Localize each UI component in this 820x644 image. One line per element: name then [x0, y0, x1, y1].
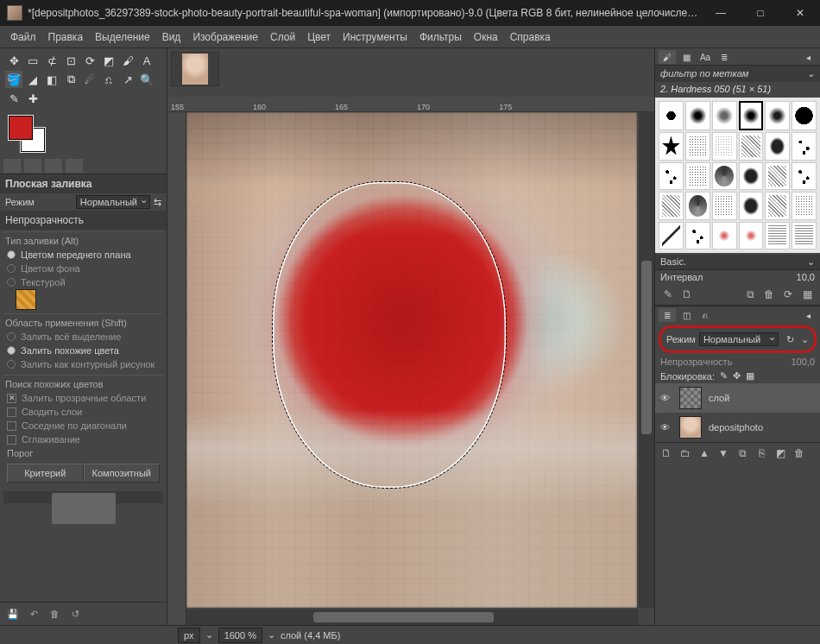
diagonal-check[interactable]: Соседние по диагонали	[3, 419, 163, 432]
layer-name[interactable]: depositphoto	[709, 422, 763, 432]
filter-tag-input[interactable]: фильтр по меткам⌄	[655, 66, 820, 82]
brush-item[interactable]	[765, 162, 790, 190]
lock-position-icon[interactable]: ✥	[733, 370, 741, 382]
layer-mode-select[interactable]: Нормальный	[699, 332, 779, 346]
unit-chevron-icon[interactable]: ⌄	[205, 629, 213, 641]
duplicate-layer-icon[interactable]: ⧉	[735, 446, 750, 460]
crop-tool-icon[interactable]: ⊡	[62, 52, 79, 69]
mode-toggle-icon[interactable]: ⇆	[154, 197, 161, 208]
brush-item[interactable]	[712, 222, 737, 249]
eraser-tool-icon[interactable]: ◧	[43, 71, 60, 88]
menu-windows[interactable]: Окна	[469, 28, 503, 47]
free-select-tool-icon[interactable]: ⊄	[43, 52, 60, 69]
menu-file[interactable]: Файл	[5, 28, 41, 47]
criterion-button[interactable]: Критерий	[7, 464, 84, 483]
lock-pixel-icon[interactable]: ✎	[720, 370, 728, 382]
layer-row[interactable]: 👁 слой	[655, 383, 820, 413]
brush-item[interactable]	[685, 162, 710, 190]
paintbrush-tool-icon[interactable]: 🖌	[119, 52, 136, 69]
close-button[interactable]: ✕	[780, 0, 820, 26]
brush-item[interactable]	[739, 132, 764, 160]
gradient-tool-icon[interactable]: ◢	[24, 71, 41, 88]
brush-item[interactable]	[712, 101, 737, 130]
zoom-chevron-icon[interactable]: ⌄	[268, 629, 275, 641]
visibility-icon[interactable]: 👁	[660, 393, 672, 403]
mask-layer-icon[interactable]: ◩	[773, 446, 788, 460]
menu-help[interactable]: Справка	[505, 28, 556, 47]
canvas[interactable]	[186, 112, 654, 625]
fg-color-swatch[interactable]	[9, 116, 33, 140]
zoom-select[interactable]: 1600 %	[218, 628, 262, 643]
minimize-button[interactable]: —	[701, 0, 741, 26]
fill-bg-radio[interactable]: Цветом фона	[3, 262, 163, 275]
edit-brush-icon[interactable]: ✎	[660, 287, 676, 301]
image-thumbnail[interactable]	[171, 52, 219, 86]
rect-select-tool-icon[interactable]: ▭	[24, 52, 41, 69]
brush-item[interactable]	[792, 192, 817, 219]
mode-select[interactable]: Нормальный	[76, 195, 150, 209]
brush-item[interactable]	[712, 132, 737, 160]
measure-tool-icon[interactable]: ↗	[119, 71, 136, 88]
fill-fg-radio[interactable]: Цветом переднего плана	[3, 248, 163, 262]
brush-item[interactable]	[685, 101, 710, 130]
device-status-tab-icon[interactable]	[24, 159, 41, 173]
maximize-button[interactable]: □	[741, 0, 780, 26]
merge-layer-icon[interactable]: ⎘	[754, 446, 769, 460]
brush-item[interactable]	[659, 162, 684, 190]
open-brush-folder-icon[interactable]: ▦	[799, 287, 815, 301]
text-tool-icon[interactable]: A	[138, 52, 155, 69]
history-tab-icon[interactable]: ≣	[716, 50, 733, 64]
brush-item[interactable]	[792, 162, 817, 190]
brush-item[interactable]	[712, 162, 737, 190]
area-selection-radio[interactable]: Залить всё выделение	[3, 330, 163, 344]
restore-preset-icon[interactable]: ↶	[26, 606, 41, 622]
interval-value[interactable]: 10,0	[797, 272, 815, 282]
lock-alpha-icon[interactable]: ▦	[746, 370, 754, 382]
layer-opacity-value[interactable]: 100,0	[791, 357, 815, 367]
duplicate-brush-icon[interactable]: ⧉	[742, 287, 758, 301]
warp-tool-icon[interactable]: ◩	[100, 52, 117, 69]
brush-preset-select[interactable]: Basic.⌄	[655, 255, 820, 269]
patterns-tab-icon[interactable]: ▦	[678, 50, 695, 64]
brush-item[interactable]	[792, 101, 817, 130]
pattern-swatch[interactable]	[16, 289, 36, 310]
brush-item[interactable]	[765, 192, 790, 219]
brush-item[interactable]	[712, 192, 737, 219]
layer-row[interactable]: 👁 depositphoto	[655, 413, 820, 442]
refresh-brush-icon[interactable]: ⟳	[780, 287, 796, 301]
save-preset-icon[interactable]: 💾	[5, 606, 21, 622]
menu-view[interactable]: Вид	[157, 28, 186, 47]
composite-button[interactable]: Композитный	[84, 464, 161, 483]
antialias-check[interactable]: Сглаживание	[3, 432, 163, 446]
menu-tools[interactable]: Инструменты	[337, 28, 413, 47]
delete-preset-icon[interactable]: 🗑	[47, 606, 62, 622]
brush-item[interactable]	[765, 132, 790, 160]
tool-options-tab-icon[interactable]	[3, 159, 21, 173]
smudge-tool-icon[interactable]: ☄	[81, 71, 98, 88]
brush-item[interactable]	[739, 192, 764, 219]
lower-layer-icon[interactable]: ▼	[716, 446, 731, 460]
raise-layer-icon[interactable]: ▲	[697, 446, 712, 460]
fonts-tab-icon[interactable]: Aa	[697, 50, 714, 64]
delete-layer-icon[interactable]: 🗑	[792, 446, 807, 460]
brush-item-selected[interactable]	[739, 101, 764, 130]
reset-defaults-icon[interactable]: ↺	[67, 606, 83, 622]
bucket-fill-tool-icon[interactable]: 🪣	[5, 71, 22, 88]
brush-item[interactable]	[739, 162, 764, 190]
brush-item[interactable]	[685, 192, 710, 219]
path-tool-icon[interactable]: ⎌	[100, 71, 117, 88]
fill-pattern-radio[interactable]: Текстурой	[3, 275, 163, 289]
brushes-tab-icon[interactable]: 🖌	[659, 50, 676, 64]
brush-item[interactable]	[659, 222, 684, 249]
brush-item[interactable]	[685, 222, 710, 249]
brush-item[interactable]	[685, 132, 710, 160]
images-tab-icon[interactable]	[66, 159, 83, 173]
brush-item[interactable]	[659, 101, 684, 130]
brush-item[interactable]	[765, 222, 790, 249]
paths-tab-icon[interactable]: ⎌	[697, 308, 714, 322]
mode-switch-icon[interactable]: ↻	[782, 331, 798, 347]
transform-tool-icon[interactable]: ⟳	[81, 52, 98, 69]
new-group-icon[interactable]: 🗀	[678, 446, 693, 460]
layer-dock-menu-icon[interactable]: ◂	[799, 308, 817, 322]
brush-item[interactable]	[792, 132, 817, 160]
